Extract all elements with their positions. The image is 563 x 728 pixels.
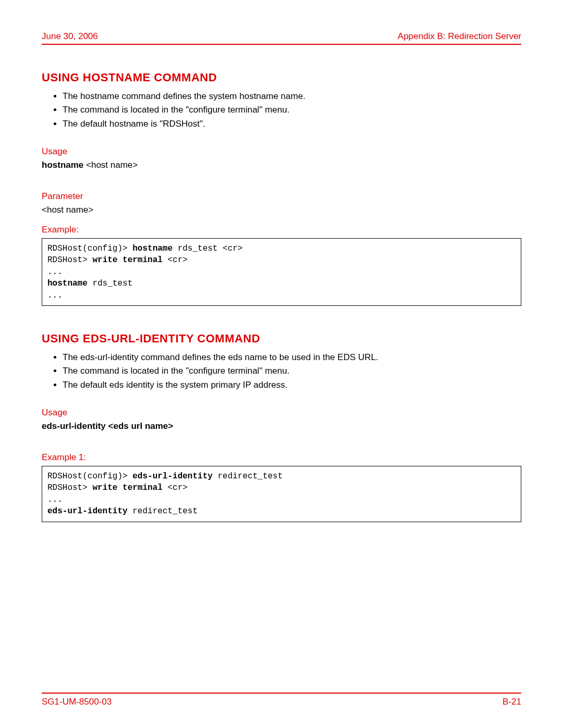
code-text: <cr>	[163, 483, 188, 492]
example-label: Example:	[42, 225, 521, 235]
code-text: RDSHost(config)>	[47, 472, 132, 481]
eds-bullets: The eds-url-identity command defines the…	[52, 351, 521, 392]
usage-label: Usage	[42, 146, 521, 157]
example-label: Example 1:	[42, 452, 521, 463]
header-appendix: Appendix B: Redirection Server	[398, 31, 521, 42]
hostname-section: USING HOSTNAME COMMAND The hostname comm…	[42, 71, 521, 332]
list-item: The default eds identity is the system p…	[63, 378, 521, 392]
page-footer: SG1-UM-8500-03 B-21	[42, 693, 521, 707]
footer-docid: SG1-UM-8500-03	[42, 697, 112, 707]
list-item: The default hostname is "RDSHost".	[63, 117, 521, 131]
code-text: ...	[47, 291, 63, 300]
hostname-bullets: The hostname command defines the system …	[52, 90, 521, 131]
eds-code-example: RDSHost(config)> eds-url-identity redire…	[42, 466, 521, 522]
eds-section: USING EDS-URL-IDENTITY COMMAND The eds-u…	[42, 332, 521, 522]
list-item: The command is located in the "configure…	[63, 364, 521, 378]
page: June 30, 2006 Appendix B: Redirection Se…	[0, 0, 563, 728]
usage-label: Usage	[42, 408, 521, 418]
list-item: The eds-url-identity command defines the…	[63, 351, 521, 364]
code-text: rds_test	[88, 279, 132, 288]
usage-line: eds-url-identity <eds url name>	[42, 421, 521, 431]
list-item: The hostname command defines the system …	[63, 90, 521, 103]
code-text: redirect_test	[213, 472, 283, 481]
usage-bold: eds-url-identity <eds url name>	[42, 421, 173, 431]
code-bold: hostname	[47, 279, 88, 288]
parameter-text: <host name>	[42, 205, 521, 215]
usage-line: hostname <host name>	[42, 160, 521, 170]
list-item: The command is located in the "configure…	[63, 103, 521, 117]
code-text: rds_test <cr>	[173, 244, 242, 253]
header-date: June 30, 2006	[42, 31, 98, 42]
parameter-label: Parameter	[42, 191, 521, 202]
code-text: RDSHost>	[47, 255, 92, 265]
section-title-hostname: USING HOSTNAME COMMAND	[42, 71, 521, 84]
code-bold: hostname	[132, 244, 173, 253]
code-bold: eds-url-identity	[47, 507, 128, 516]
code-text: RDSHost(config)>	[47, 244, 132, 253]
code-text: ...	[47, 267, 63, 277]
code-bold: write terminal	[92, 483, 162, 492]
code-text: ...	[47, 495, 63, 504]
code-bold: eds-url-identity	[132, 472, 213, 481]
hostname-code-example: RDSHost(config)> hostname rds_test <cr> …	[42, 238, 521, 306]
footer-page: B-21	[503, 697, 521, 707]
code-text: <cr>	[163, 255, 188, 265]
code-text: redirect_test	[128, 507, 198, 516]
usage-rest: <host name>	[83, 160, 138, 170]
section-title-eds: USING EDS-URL-IDENTITY COMMAND	[42, 332, 521, 346]
code-bold: write terminal	[92, 255, 162, 265]
code-text: RDSHost>	[47, 483, 92, 492]
usage-bold: hostname	[42, 160, 83, 170]
page-header: June 30, 2006 Appendix B: Redirection Se…	[42, 31, 521, 45]
